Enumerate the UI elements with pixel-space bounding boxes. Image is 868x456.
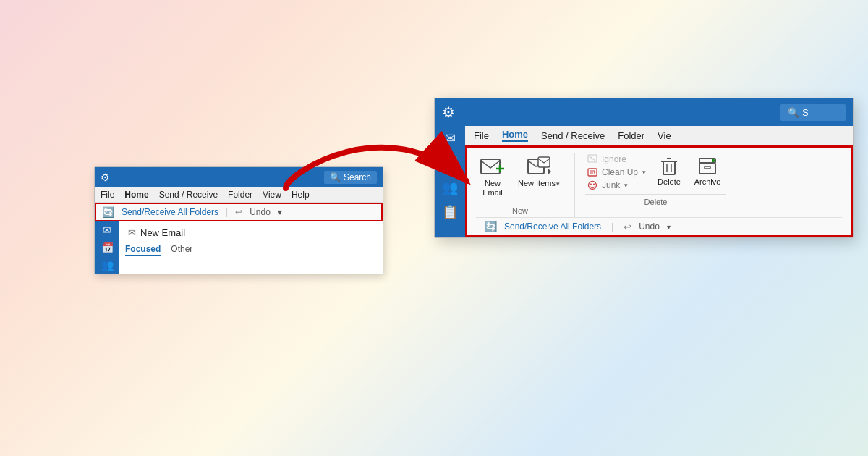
large-menu-file[interactable]: File: [474, 130, 489, 141]
large-menu-view[interactable]: Vie: [658, 130, 671, 141]
junk-icon: [587, 180, 597, 190]
small-tab-other[interactable]: Other: [171, 244, 192, 256]
large-menu-folder[interactable]: Folder: [618, 130, 644, 141]
svg-rect-23: [712, 159, 715, 162]
small-menu-help[interactable]: Help: [292, 190, 310, 200]
svg-rect-22: [705, 166, 710, 169]
large-sync-label[interactable]: Send/Receive All Folders: [504, 221, 601, 232]
delete-icon: [659, 156, 679, 176]
junk-chevron: ▾: [624, 182, 628, 189]
ribbon-new-items: NewEmail: [476, 153, 564, 200]
large-sb-calendar-icon[interactable]: 📅: [442, 155, 458, 171]
small-main-area: ✉ New Email Focused Other: [119, 221, 383, 274]
small-menu-sendreceive[interactable]: Send / Receive: [159, 190, 218, 200]
ribbon-new-email-button[interactable]: NewEmail: [476, 153, 509, 200]
delete-label: Delete: [658, 177, 681, 187]
large-sb-mail-icon[interactable]: ✉: [445, 130, 456, 146]
small-search-icon: 🔍: [330, 172, 341, 182]
large-sb-people-icon[interactable]: 👥: [442, 180, 458, 195]
small-app-icon: ⚙: [101, 172, 110, 183]
large-sb-tasks-icon[interactable]: 📋: [442, 204, 458, 220]
ribbon-group-delete: Ignore Clean Up: [585, 153, 736, 208]
ribbon-delete-button[interactable]: Delete: [652, 153, 686, 189]
svg-rect-0: [481, 159, 500, 174]
ribbon-groups: NewEmail: [476, 153, 842, 217]
large-undo-label[interactable]: Undo: [639, 221, 660, 232]
delete-archive-group: Delete: [652, 153, 726, 189]
ignore-label: Ignore: [602, 154, 626, 164]
large-window-body: ✉ 📅 👥 📋 File Home Send / Receive Folder …: [435, 126, 853, 237]
small-outlook-window: ⚙ 🔍 Search File Home Send / Receive Fold…: [94, 166, 383, 274]
large-menu-sendreceive[interactable]: Send / Receive: [541, 130, 605, 141]
cleanup-icon: [587, 167, 597, 177]
junk-label: Junk: [602, 180, 620, 190]
large-ribbon: NewEmail: [465, 145, 853, 237]
small-search-box[interactable]: 🔍 Search: [324, 171, 377, 184]
ribbon-new-group-label: New: [476, 203, 564, 217]
svg-point-14: [593, 184, 595, 185]
new-items-chevron: ▾: [556, 180, 560, 187]
small-menu-folder[interactable]: Folder: [228, 190, 252, 200]
large-search-icon: 🔍: [788, 107, 799, 118]
small-toolbar: 🔄 Send/Receive All Folders | ↩ Undo ▾: [95, 203, 383, 221]
small-dropdown-icon[interactable]: ▾: [278, 207, 282, 217]
small-menu-home[interactable]: Home: [124, 190, 148, 200]
cleanup-action[interactable]: Clean Up ▾: [585, 166, 648, 178]
cleanup-label: Clean Up: [602, 167, 638, 177]
large-outlook-window: ⚙ 🔍 S ✉ 📅 👥 📋 File Home Send / Receive F…: [434, 98, 854, 238]
small-sb-people-icon[interactable]: 👥: [101, 259, 114, 271]
ignore-action[interactable]: Ignore: [585, 153, 648, 165]
new-email-icon: [480, 156, 505, 177]
large-undo-icon: ↩: [624, 221, 631, 232]
small-left-sidebar: ✉ 📅 👥: [95, 221, 119, 274]
ribbon-group-new: NewEmail: [476, 153, 575, 217]
new-email-icon-wrapper: [480, 156, 505, 177]
small-search-label: Search: [344, 172, 371, 182]
small-undo-label[interactable]: Undo: [250, 207, 271, 217]
large-search-label: S: [802, 107, 809, 118]
ribbon-archive-button[interactable]: Archive: [689, 153, 726, 189]
large-search-box[interactable]: 🔍 S: [780, 104, 846, 121]
large-menu-bar: File Home Send / Receive Folder Vie: [465, 126, 853, 145]
archive-label: Archive: [694, 177, 721, 187]
small-sync-icon: 🔄: [102, 206, 114, 218]
cleanup-chevron: ▾: [642, 169, 646, 176]
small-sb-calendar-icon[interactable]: 📅: [101, 242, 114, 253]
small-new-email-button[interactable]: ✉ New Email: [125, 226, 377, 240]
ignore-icon: [587, 154, 597, 164]
large-content-area: File Home Send / Receive Folder Vie: [465, 126, 853, 237]
large-left-sidebar: ✉ 📅 👥 📋: [435, 126, 465, 237]
new-items-label: New Items: [518, 179, 556, 188]
small-sync-label[interactable]: Send/Receive All Folders: [122, 207, 218, 217]
large-quick-access: 🔄 Send/Receive All Folders | ↩ Undo ▾: [476, 217, 842, 235]
new-items-icon-wrapper: [527, 156, 551, 177]
large-sync-icon: 🔄: [485, 221, 497, 232]
large-dropdown-icon[interactable]: ▾: [667, 223, 671, 231]
quick-access-sep: |: [611, 221, 613, 232]
svg-marker-5: [548, 169, 551, 174]
svg-rect-8: [588, 169, 597, 176]
ribbon-delete-group-label: Delete: [585, 194, 726, 208]
svg-rect-4: [538, 157, 550, 167]
svg-point-13: [590, 184, 592, 185]
svg-line-7: [590, 156, 595, 161]
small-sb-mail-icon[interactable]: ✉: [103, 224, 111, 236]
small-menu-file[interactable]: File: [101, 190, 114, 200]
small-new-email-label: New Email: [140, 227, 185, 238]
large-menu-home[interactable]: Home: [502, 129, 528, 142]
small-menu-bar: File Home Send / Receive Folder View Hel…: [95, 187, 383, 203]
delete-group-content: Ignore Clean Up: [585, 153, 726, 191]
small-sidebar-area: ✉ 📅 👥 ✉ New Email Focused Other: [95, 221, 383, 274]
new-items-icon: [527, 156, 551, 177]
ribbon-new-items-button[interactable]: New Items ▾: [514, 153, 564, 190]
small-title-bar: ⚙ 🔍 Search: [95, 167, 383, 187]
small-tab-focused[interactable]: Focused: [125, 244, 161, 256]
archive-icon: [697, 156, 718, 176]
junk-action[interactable]: Junk ▾: [585, 180, 648, 191]
new-items-label-row: New Items ▾: [518, 179, 560, 188]
small-undo-icon: ↩: [235, 207, 242, 217]
svg-rect-15: [663, 161, 675, 174]
new-email-label: NewEmail: [482, 179, 503, 198]
large-title-bar: ⚙ 🔍 S: [435, 98, 853, 126]
small-menu-view[interactable]: View: [263, 190, 281, 200]
